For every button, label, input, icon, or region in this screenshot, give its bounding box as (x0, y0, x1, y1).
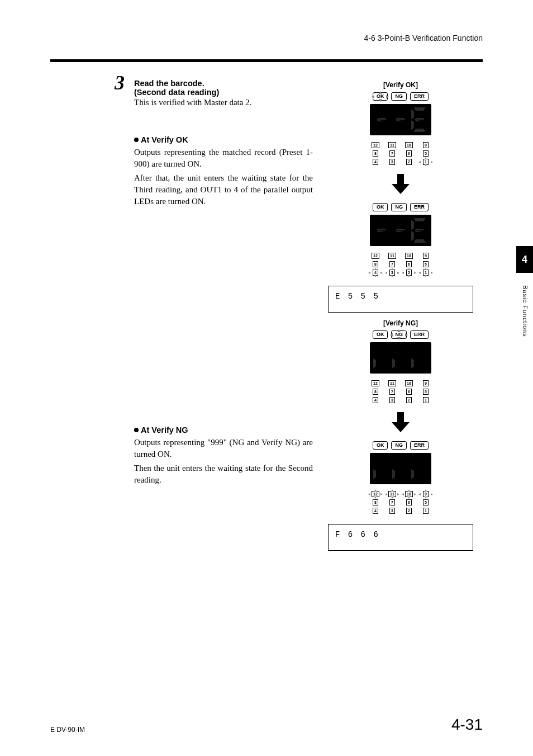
svg-marker-34 (392, 220, 395, 230)
chapter-tab: 4 (516, 246, 533, 273)
svg-marker-50 (394, 346, 407, 349)
section-title: 4-6 3-Point-B Verification Function (364, 34, 483, 42)
led-cell: 1 (420, 159, 432, 165)
svg-marker-51 (406, 347, 409, 357)
verify-ok-caption: [Verify OK] (318, 81, 483, 89)
data-box: F 6 6 6 (328, 524, 473, 551)
led-cell: 9 (420, 380, 432, 386)
verify-ng-body1: Outputs representing "999" (NG and Verif… (134, 437, 318, 460)
svg-marker-44 (387, 347, 390, 357)
svg-marker-14 (413, 107, 426, 111)
svg-marker-22 (375, 218, 388, 221)
svg-marker-16 (425, 120, 428, 130)
svg-marker-73 (406, 458, 409, 468)
svg-marker-8 (406, 109, 409, 119)
status-err: ERR (410, 330, 429, 339)
verify-ng-caption: [Verify NG] (318, 319, 483, 327)
svg-marker-80 (425, 458, 428, 468)
status-ok: OK (373, 92, 388, 101)
led-cell: 3 (386, 270, 398, 276)
step-subtitle: (Second data reading) (134, 88, 318, 97)
svg-marker-48 (373, 347, 376, 357)
svg-marker-11 (392, 120, 395, 130)
side-label: Basic Functions (522, 285, 529, 337)
status-row: OK NG ERR (373, 203, 429, 211)
status-ng: NG (391, 441, 407, 450)
svg-marker-37 (425, 220, 428, 230)
led-cell: 12 (369, 491, 382, 497)
svg-marker-79 (413, 456, 426, 460)
svg-marker-15 (425, 109, 428, 119)
status-ok: OK (373, 203, 388, 211)
svg-marker-76 (392, 469, 395, 479)
svg-marker-12 (392, 109, 395, 119)
svg-marker-42 (415, 229, 425, 232)
svg-marker-72 (394, 456, 407, 460)
svg-marker-78 (396, 467, 406, 470)
led-cell: 6 (403, 499, 415, 505)
panel-ok-top: OK NG ERR 121110987654321 OK NG ERR 1211… (318, 90, 483, 317)
svg-marker-41 (411, 220, 414, 230)
svg-marker-45 (387, 358, 390, 368)
svg-marker-66 (387, 458, 390, 468)
svg-marker-2 (387, 120, 390, 130)
svg-marker-7 (394, 107, 407, 111)
svg-marker-4 (373, 120, 376, 130)
svg-marker-25 (375, 239, 388, 243)
led-cell: 5 (420, 389, 432, 395)
svg-marker-40 (411, 231, 414, 241)
status-row: OK NG ERR (373, 330, 429, 339)
led-cell: 4 (369, 397, 382, 403)
led-cell: 12 (369, 380, 382, 386)
svg-marker-9 (406, 120, 409, 130)
svg-marker-62 (411, 347, 414, 357)
svg-marker-52 (406, 358, 409, 368)
seg-display (370, 342, 431, 374)
svg-marker-0 (375, 107, 388, 111)
svg-marker-85 (415, 467, 425, 470)
svg-marker-63 (415, 356, 425, 360)
led-cell: 6 (403, 150, 415, 157)
svg-marker-82 (413, 478, 426, 481)
right-column: [Verify OK] OK NG ERR 121110987654321 OK… (318, 79, 483, 555)
status-ok: OK (373, 330, 388, 339)
led-cell: 9 (420, 142, 432, 148)
verify-ng-section: At Verify NG Outputs representing "999" … (134, 426, 318, 486)
bullet-icon (134, 138, 139, 142)
svg-marker-59 (425, 358, 428, 368)
svg-marker-81 (425, 469, 428, 479)
status-ng: NG (391, 330, 407, 339)
panel-ng: OK NG ERR 121110987654321 OK NG ERR 1211… (318, 328, 483, 555)
svg-marker-31 (406, 231, 409, 241)
led-cell: 8 (369, 389, 382, 395)
left-column: 3 Read the barcode. (Second data reading… (50, 79, 318, 555)
led-grid: 121110987654321 (369, 253, 432, 276)
arrow-down-icon (392, 412, 410, 432)
svg-marker-67 (387, 469, 390, 479)
led-cell: 5 (420, 499, 432, 505)
led-cell: 2 (403, 508, 415, 514)
svg-marker-38 (425, 231, 428, 241)
status-row: OK NG ERR (373, 441, 429, 450)
bullet-icon (134, 428, 139, 432)
svg-marker-53 (394, 367, 407, 370)
led-cell: 10 (403, 253, 415, 259)
led-grid: 121110987654321 (369, 380, 432, 403)
svg-marker-18 (411, 120, 414, 130)
step-title: Read the barcode. (134, 79, 318, 88)
led-cell: 2 (403, 397, 415, 403)
led-cell: 4 (369, 270, 382, 276)
svg-marker-1 (387, 109, 390, 119)
status-ng: NG (391, 203, 407, 211)
chapter-number: 4 (522, 254, 527, 266)
svg-marker-33 (392, 231, 395, 241)
svg-marker-21 (392, 174, 410, 194)
svg-marker-13 (396, 118, 406, 121)
svg-marker-77 (392, 458, 395, 468)
seg-display (370, 215, 431, 246)
led-cell: 2 (403, 159, 415, 165)
svg-marker-20 (415, 118, 425, 121)
verify-ok-body1: Outputs representing the matched record … (134, 147, 318, 170)
status-ok: OK (373, 441, 388, 450)
led-cell: 9 (420, 491, 432, 497)
